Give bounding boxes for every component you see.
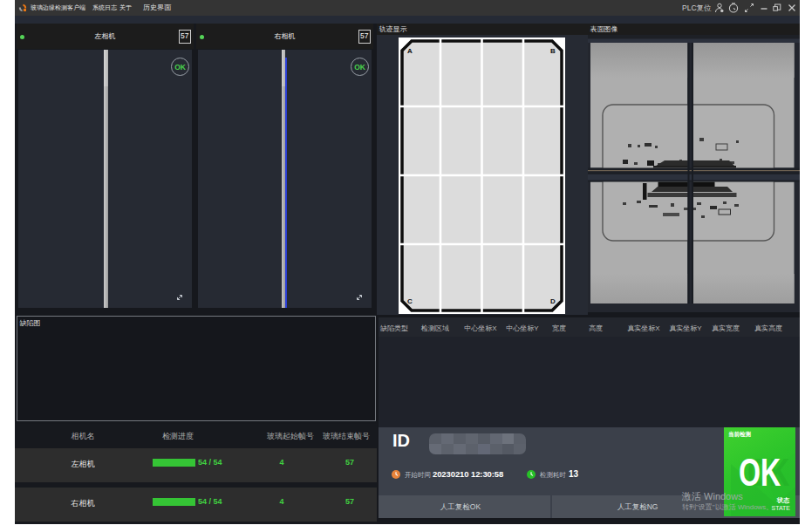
- svg-text:D: D: [550, 297, 556, 305]
- svg-text:A: A: [407, 47, 413, 55]
- svg-text:B: B: [550, 47, 556, 55]
- svg-text:C: C: [407, 297, 413, 305]
